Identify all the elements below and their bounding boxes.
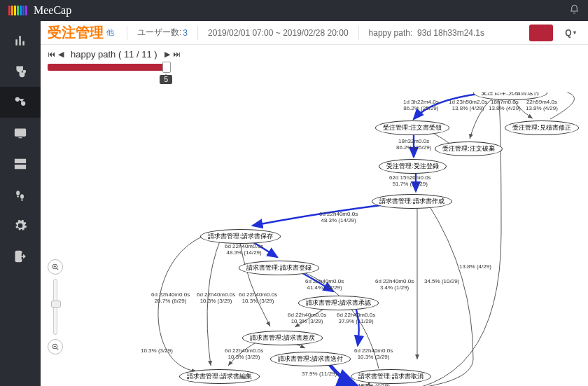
svg-point-11 [21, 199, 23, 201]
graph-node[interactable]: 受注管理:注文破棄 [435, 142, 503, 156]
happy-path-stat: happy path: 93d 18h33m24.1s [358, 26, 494, 40]
graph-node[interactable]: 請求書管理:請求書承認 [298, 296, 379, 310]
edge-label: 6d 22h40m0.0s20.7% (6/29) [151, 292, 190, 305]
playback-controls: ⏮ ◀ [48, 50, 64, 59]
svg-point-2 [22, 102, 25, 105]
logo-bars-icon [8, 6, 28, 15]
sidebar [0, 21, 41, 386]
edge-label: 6d 22h40m0.0s10.3% (3/29) [288, 312, 326, 325]
path-slider[interactable]: 5 [41, 61, 588, 71]
graph-node[interactable]: 請求書管理:請求書送付 [270, 352, 351, 366]
edge-label: 1d 3h22m4.0s86.2% (25/29) [403, 99, 439, 112]
last-button[interactable]: ⏭ [173, 50, 181, 59]
edge-label: 6d 22h40m0.0s41.4% (12/29) [305, 279, 344, 291]
bell-icon[interactable] [569, 4, 580, 17]
edge-label: 62d 15h20m0.0s51.7% (15/29) [389, 175, 431, 188]
process-graph[interactable]: 受注管理:見積書送付受注管理:注文書受領受注管理:見積書修正受注管理:注文破棄受… [81, 92, 588, 386]
edge-label: 6d 22h40m0.0s10.3% (3/29) [197, 292, 235, 305]
edge-label: 6d 22h40m0.0s10.3% (3/29) [225, 348, 263, 361]
slider-value: 5 [160, 75, 172, 84]
svg-point-10 [17, 195, 19, 198]
edge-label: 37.9% (11/29) [302, 371, 337, 378]
svg-point-1 [15, 97, 19, 101]
next-button[interactable]: ▶ [164, 50, 170, 59]
zoom-slider-handle[interactable] [51, 301, 61, 308]
sidebar-item-monitor[interactable] [0, 118, 41, 149]
zoom-in-button[interactable] [48, 259, 63, 275]
sidebar-item-gear[interactable] [0, 210, 41, 241]
sidebar-item-stetho[interactable] [0, 56, 41, 87]
zoom-controls [48, 259, 63, 354]
download-button[interactable] [529, 25, 553, 41]
main: 受注管理 他 ユーザー数:3 2019/02/01 07:00 ~ 2019/0… [41, 21, 588, 386]
edge-label: 6d 22h40m0.0s10.3% (3/29) [354, 348, 393, 361]
logo: MeeCap [8, 4, 71, 17]
graph-node[interactable]: 請求書管理:請求書保存 [200, 229, 281, 244]
edge-label: 1d 23h50m2.0s13.8% (4/29) [449, 99, 487, 112]
search-button[interactable]: Q▾ [560, 25, 581, 41]
edge-label: 13.8% (4/29) [459, 264, 491, 270]
edge-label: 13.8% (4/29) [358, 383, 390, 386]
sidebar-item-server[interactable] [0, 149, 41, 179]
topbar: MeeCap [0, 0, 588, 21]
date-range: 2019/02/01 07:00 ~ 2019/02/28 20:00 [197, 26, 358, 40]
header: 受注管理 他 ユーザー数:3 2019/02/01 07:00 ~ 2019/0… [41, 21, 588, 45]
svg-point-9 [20, 194, 24, 199]
sidebar-item-process[interactable] [0, 87, 41, 118]
edge-label: 6d 22h40m0.0s48.3% (14/29) [319, 212, 358, 224]
edge-label: 18h32m0.0s86.2% (25/29) [396, 139, 431, 151]
svg-rect-3 [15, 129, 26, 136]
slider-handle[interactable] [162, 62, 171, 73]
edge-label: 10.3% (3/29) [141, 348, 173, 354]
svg-point-0 [23, 70, 25, 72]
sidebar-item-chart[interactable] [0, 25, 41, 56]
graph-node[interactable]: 請求書管理:請求書編集 [179, 369, 260, 384]
graph-node[interactable]: 請求書管理:請求書差戻 [242, 331, 323, 345]
edge-label: 18h7m0.0s13.8% (4/29) [489, 99, 521, 112]
pathbar: ⏮ ◀ happy path ( 11 / 11 ) ▶ ⏭ [41, 45, 588, 61]
edge-label: 6d 22h40m0.0s3.4% (1/29) [375, 279, 414, 291]
graph-node[interactable]: 受注管理:見積書修正 [505, 120, 579, 135]
graph-node[interactable]: 請求書管理:請求書登録 [239, 261, 319, 275]
edge-label: 22h59m4.0s13.8% (4/29) [526, 99, 558, 112]
graph-node[interactable]: 受注管理:受注登録 [379, 159, 447, 174]
graph-node[interactable]: 受注管理:注文書受領 [375, 120, 449, 135]
sidebar-item-footsteps[interactable] [0, 179, 41, 210]
edge-label: 34.5% (10/29) [424, 279, 459, 285]
user-count: ユーザー数:3 [127, 26, 197, 40]
svg-point-6 [17, 160, 18, 162]
prev-button[interactable]: ◀ [58, 50, 64, 59]
svg-point-8 [16, 191, 20, 195]
graph-node[interactable]: 請求書管理:請求書作成 [372, 194, 452, 209]
zoom-slider[interactable] [53, 279, 57, 335]
playback-controls-right: ▶ ⏭ [164, 50, 181, 59]
page-title: 受注管理 [48, 23, 104, 42]
graph-node[interactable]: 請求書管理:請求書取消 [351, 369, 431, 384]
sidebar-item-logout[interactable] [0, 241, 41, 272]
svg-point-7 [17, 166, 18, 167]
page-title-sub[interactable]: 他 [106, 27, 114, 38]
logo-text: MeeCap [34, 4, 71, 17]
path-label: happy path ( 11 / 11 ) [71, 49, 158, 60]
edge-label: 6d 22h40m0.0s10.3% (3/29) [239, 292, 277, 305]
edge-label: 6d 22h40m0.0s37.9% (11/29) [337, 312, 375, 325]
edge-label: 6d 22h40m0.0s48.3% (14/29) [225, 244, 263, 256]
first-button[interactable]: ⏮ [48, 50, 55, 59]
zoom-out-button[interactable] [48, 339, 63, 354]
